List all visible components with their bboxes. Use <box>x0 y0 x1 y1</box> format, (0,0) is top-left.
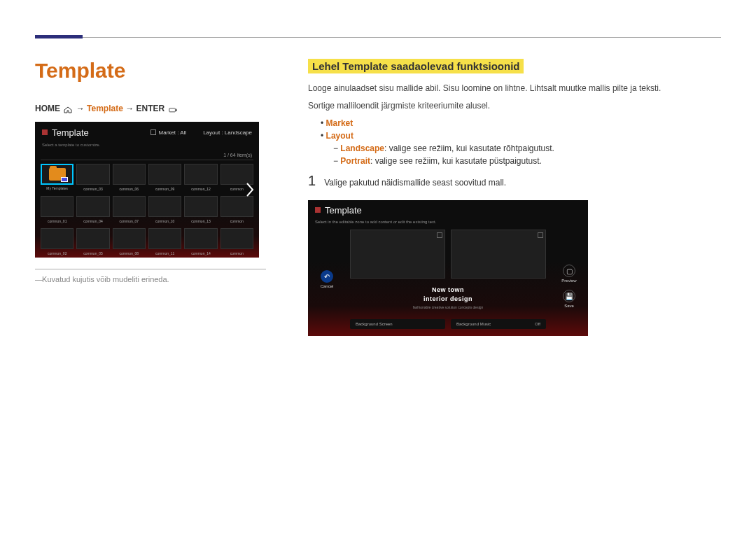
layout-sublist: Landscape: valige see režiim, kui kasuta… <box>333 143 721 166</box>
background-music-button[interactable]: Background Music Off <box>451 319 546 329</box>
bullet-layout: Layout <box>321 131 721 141</box>
editable-zone-2[interactable] <box>451 230 546 279</box>
step-number: 1 <box>308 173 316 189</box>
save-icon: 💾 <box>563 290 575 302</box>
template-item[interactable]: common_07 <box>113 196 146 217</box>
breadcrumb-arrow-2: → <box>125 104 134 113</box>
layout-filter[interactable]: Layout : Landscape <box>203 129 252 136</box>
template-item-my-templates[interactable]: My Templates <box>41 164 74 185</box>
save-button[interactable]: 💾 Save <box>557 290 581 308</box>
bullet-market: Market <box>321 118 721 128</box>
template-item[interactable]: common_09 <box>148 164 181 185</box>
template-text-block[interactable]: New town interior design fashionable cre… <box>350 286 546 309</box>
breadcrumb-arrow: → <box>76 104 85 113</box>
step-1: 1 Valige pakutud näidismallide seast soo… <box>308 173 721 189</box>
template-item[interactable]: common_03 <box>76 164 109 185</box>
bullet-portrait: Portrait: valige see režiim, kui kasutat… <box>333 156 721 166</box>
expand-icon <box>437 232 442 238</box>
breadcrumb-home: HOME <box>35 104 60 113</box>
editable-zone-1[interactable] <box>350 230 445 279</box>
template-item[interactable]: common_11 <box>148 228 181 249</box>
svg-rect-0 <box>169 108 175 112</box>
template-item[interactable]: common_12 <box>184 164 217 185</box>
expand-icon <box>538 232 543 238</box>
divider-line <box>41 160 253 160</box>
template-item[interactable]: common <box>220 228 253 249</box>
template-item[interactable]: common_14 <box>184 228 217 249</box>
template-item[interactable]: common_10 <box>148 196 181 217</box>
template-item[interactable]: common_01 <box>41 196 74 217</box>
step-text: Valige pakutud näidismallide seast soovi… <box>324 178 506 188</box>
template-grid-screenshot: Template Market : All Layout : Landscape… <box>35 122 259 258</box>
section-paragraph-1: Looge ainulaadset sisu mallide abil. Sis… <box>308 82 721 95</box>
tv1-subtitle: Select a template to customize. <box>42 143 100 147</box>
bullet-landscape: Landscape: valige see režiim, kui kasuta… <box>333 143 721 153</box>
mini-thumb-icon <box>61 177 68 182</box>
template-item[interactable]: common_02 <box>41 228 74 249</box>
tv1-title: Template <box>52 127 89 138</box>
template-item[interactable]: common <box>220 196 253 217</box>
template-editor-screenshot: Template Select in the editable zone to … <box>308 200 588 336</box>
bg-music-state: Off <box>535 322 540 326</box>
template-grid: My Templates common_03 common_06 common_… <box>41 164 253 249</box>
cancel-button[interactable]: ↶ Cancel <box>315 270 339 288</box>
tv2-title: Template <box>325 205 362 216</box>
editor-canvas: New town interior design fashionable cre… <box>350 230 546 305</box>
template-item[interactable]: common_06 <box>113 164 146 185</box>
app-icon <box>42 129 48 135</box>
enter-icon <box>169 106 177 113</box>
checkbox-icon <box>150 129 156 135</box>
right-column: Lehel Template saadaolevad funktsioonid … <box>308 59 721 336</box>
image-disclaimer: Kuvatud kujutis võib mudeliti erineda. <box>35 275 266 283</box>
template-item[interactable]: common_05 <box>76 228 109 249</box>
template-item[interactable]: common_13 <box>184 196 217 217</box>
template-item[interactable]: common_08 <box>113 228 146 249</box>
preview-button[interactable]: ▢ Preview <box>557 265 581 283</box>
app-icon <box>315 207 321 213</box>
market-filter[interactable]: Market : All <box>150 129 187 136</box>
return-icon: ↶ <box>321 270 333 283</box>
divider <box>35 269 266 269</box>
background-screen-button[interactable]: Background Screen <box>350 319 445 329</box>
next-page-button[interactable] <box>245 182 255 197</box>
left-column: Template HOME → Template → ENTER Templat… <box>35 59 266 336</box>
item-count: 1 / 64 item(s) <box>223 153 252 157</box>
accent-bar <box>35 35 83 38</box>
criteria-list: Market Layout Landscape: valige see reži… <box>321 118 721 166</box>
breadcrumb: HOME → Template → ENTER <box>35 104 266 113</box>
template-item[interactable]: common_04 <box>76 196 109 217</box>
header-divider <box>35 35 721 38</box>
tv2-subtitle: Select in the editable zone to add conte… <box>315 220 436 224</box>
section-paragraph-2: Sortige malliloendit järgmiste kriteeriu… <box>308 99 721 113</box>
breadcrumb-template: Template <box>87 104 123 113</box>
breadcrumb-enter: ENTER <box>136 104 165 113</box>
preview-icon: ▢ <box>563 265 575 277</box>
home-icon <box>64 106 72 113</box>
page-title: Template <box>35 59 266 83</box>
section-heading: Lehel Template saadaolevad funktsioonid <box>308 59 524 73</box>
